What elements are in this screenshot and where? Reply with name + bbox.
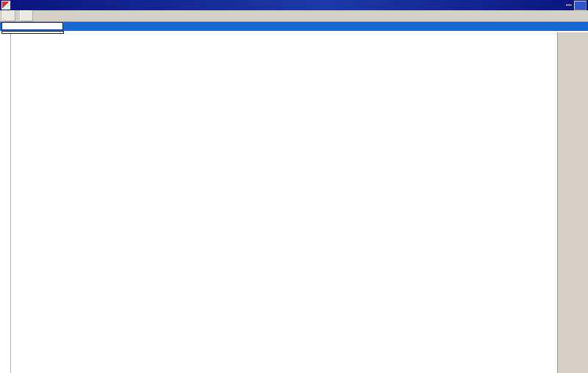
- price-axis[interactable]: [557, 32, 588, 373]
- close-button[interactable]: [574, 1, 587, 10]
- left-edge-divider: [10, 32, 11, 373]
- info-panel[interactable]: [1, 31, 64, 34]
- instrument-code[interactable]: [1, 22, 63, 30]
- app-icon: [1, 1, 10, 10]
- chart-canvas[interactable]: [0, 0, 588, 373]
- chart-style-dropdown[interactable]: [2, 10, 15, 21]
- toolbar: [0, 10, 588, 22]
- interval-dropdown[interactable]: [20, 10, 33, 21]
- link-badge[interactable]: [566, 4, 572, 6]
- title-bar: [0, 0, 588, 10]
- instrument-bar: [0, 22, 588, 31]
